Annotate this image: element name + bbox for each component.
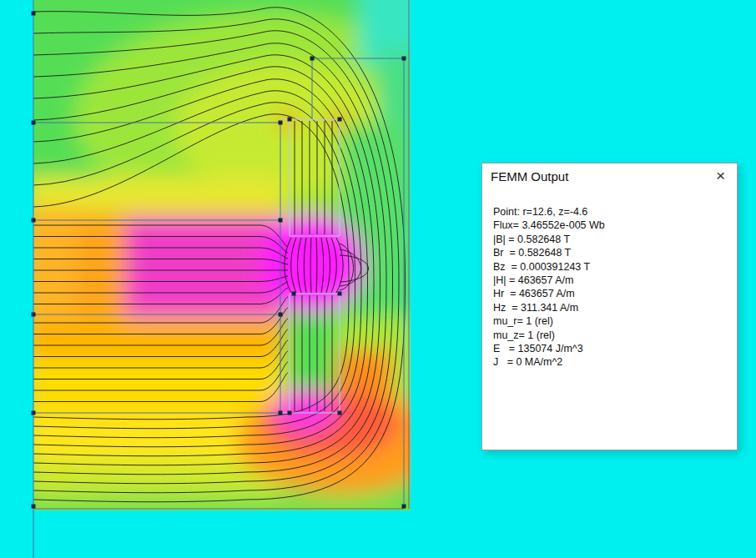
output-line-mur: mu_r= 1 (rel) — [493, 314, 725, 328]
femm-output-dialog: FEMM Output × Point: r=12.6, z=-4.6 Flux… — [481, 163, 738, 450]
output-line-j: J = 0 MA/m^2 — [493, 355, 725, 369]
node-handle — [310, 57, 315, 61]
output-line-e: E = 135074 J/m^3 — [493, 342, 725, 355]
node-handle — [402, 505, 406, 509]
output-line-bz: Bz = 0.000391243 T — [493, 260, 725, 274]
output-line-bmag: |B| = 0.582648 T — [493, 233, 725, 246]
node-handle — [338, 411, 342, 415]
node-handle — [279, 121, 283, 125]
output-line-hz: Hz = 311.341 A/m — [493, 301, 725, 314]
node-handle — [279, 411, 283, 415]
output-line-muz: mu_z= 1 (rel) — [493, 329, 725, 342]
node-handle — [32, 121, 36, 125]
node-handle — [32, 505, 36, 509]
node-handle — [338, 292, 342, 296]
node-handle — [288, 118, 292, 122]
output-line-br: Br = 0.582648 T — [493, 246, 725, 259]
output-line-hmag: |H| = 463657 A/m — [493, 274, 725, 287]
node-handle — [402, 57, 406, 61]
close-icon[interactable]: × — [711, 169, 730, 184]
node-handle — [338, 118, 342, 122]
node-handle — [288, 411, 292, 415]
output-line-hr: Hr = 463657 A/m — [493, 287, 725, 300]
node-handle — [32, 219, 36, 223]
dialog-titlebar[interactable]: FEMM Output × — [482, 163, 737, 186]
dialog-body: Point: r=12.6, z=-4.6 Flux= 3.46552e-005… — [482, 186, 737, 369]
node-handle — [292, 292, 296, 296]
output-line-flux: Flux= 3.46552e-005 Wb — [493, 219, 725, 232]
output-line-point: Point: r=12.6, z=-4.6 — [493, 205, 725, 219]
node-handle — [32, 313, 36, 317]
node-handle — [32, 411, 36, 415]
dialog-title: FEMM Output — [491, 169, 568, 183]
node-handle — [279, 313, 283, 317]
node-handle — [32, 12, 36, 16]
node-handle — [279, 219, 283, 223]
